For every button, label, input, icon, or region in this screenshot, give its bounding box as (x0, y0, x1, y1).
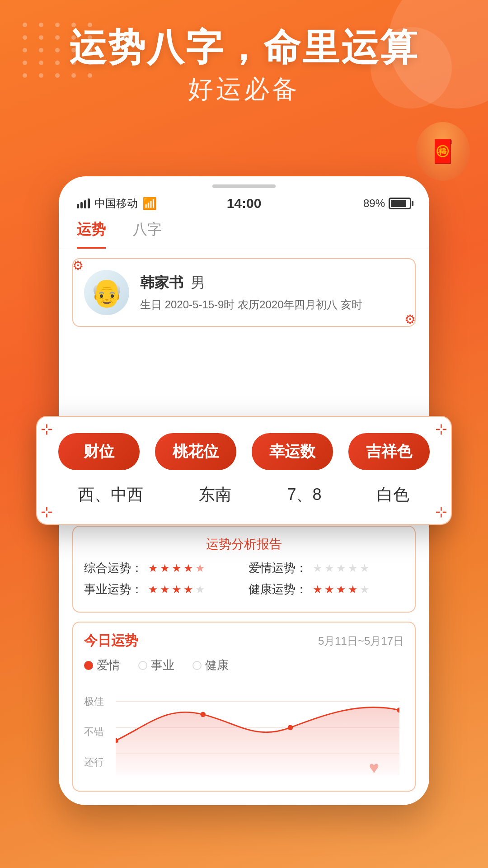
header-subtitle: 好运必备 (0, 72, 488, 107)
fortune-btn-taohuawei[interactable]: 桃花位 (155, 433, 236, 470)
card-corner-br: ⊹ (435, 503, 447, 520)
cat-tab-shiye[interactable]: 事业 (138, 657, 174, 673)
cat-label-jiankang: 健康 (205, 657, 229, 673)
today-fortune-header: 今日运势 5月11日~5月17日 (84, 632, 404, 650)
cat-dot-jiankang (192, 661, 202, 670)
profile-card: 👴 韩家书 男 生日 2020-5-15-9时 农历2020年四月初八 亥时 (72, 258, 416, 327)
profile-birth: 生日 2020-5-15-9时 农历2020年四月初八 亥时 (140, 297, 362, 312)
rating-row-jiankang: 健康运势： ★ ★ ★ ★ ★ (249, 581, 404, 597)
rating-rows: 综合运势： ★ ★ ★ ★ ★ 事业运势： ★ ★ (84, 560, 404, 603)
fortune-card: ⊹ ⊹ ⊹ ⊹ 财位 桃花位 幸运数 吉祥色 西、中西 东南 7、8 白色 (36, 416, 452, 525)
fortune-value-caiwei: 西、中西 (78, 484, 143, 506)
name-row: 韩家书 男 (140, 273, 362, 293)
rating-col-left: 综合运势： ★ ★ ★ ★ ★ 事业运势： ★ ★ (84, 560, 239, 603)
wifi-icon: 📶 (142, 197, 157, 211)
cat-tab-aiqing[interactable]: 爱情 (84, 657, 120, 673)
chart-label-excellent: 极佳 (84, 695, 104, 708)
rating-label-zonghe: 综合运势： (84, 560, 143, 576)
chart-point-2 (288, 725, 293, 731)
chart-heart-icon: ♥ (369, 758, 379, 777)
profile-info: 韩家书 男 生日 2020-5-15-9时 农历2020年四月初八 亥时 (140, 273, 362, 312)
rating-section: 运势分析报告 综合运势： ★ ★ ★ ★ ★ 事业运势： (72, 526, 416, 613)
fortune-value-taohuawei: 东南 (199, 484, 231, 506)
header-title: 运势八字，命里运算 (0, 27, 488, 68)
fortune-buttons-row: 财位 桃花位 幸运数 吉祥色 (51, 433, 437, 470)
chart-y-labels: 极佳 不错 还行 (84, 682, 104, 782)
rating-section-title: 运势分析报告 (84, 536, 404, 553)
phone-handle (212, 184, 276, 188)
status-right: 89% (363, 197, 411, 210)
category-tabs: 爱情 事业 健康 (84, 657, 404, 673)
stars-zonghe: ★ ★ ★ ★ ★ (148, 562, 205, 575)
header-section: 运势八字，命里运算 好运必备 (0, 27, 488, 107)
cat-dot-aiqing (84, 661, 93, 670)
tab-yunshi[interactable]: 运势 (77, 220, 106, 249)
rating-label-aiqing: 爱情运势： (249, 560, 307, 576)
rating-col-right: 爱情运势： ★ ★ ★ ★ ★ 健康运势： ★ ★ (249, 560, 404, 603)
rating-row-aiqing: 爱情运势： ★ ★ ★ ★ ★ (249, 560, 404, 576)
status-bar: 中国移动 📶 14:00 89% (59, 188, 429, 215)
battery-fill (391, 200, 406, 207)
fortune-btn-jixiangse[interactable]: 吉祥色 (348, 433, 430, 470)
stars-aiqing: ★ ★ ★ ★ ★ (313, 562, 370, 575)
cat-dot-shiye (138, 661, 147, 670)
stars-jiankang: ★ ★ ★ ★ ★ (313, 583, 370, 596)
signal-bars-icon (77, 198, 90, 208)
tab-bar: 运势 八字 (59, 215, 429, 249)
fortune-btn-xingyunshu[interactable]: 幸运数 (252, 433, 333, 470)
chart-label-ok: 还行 (84, 755, 104, 769)
battery-percent: 89% (363, 197, 385, 210)
chart-label-good: 不错 (84, 725, 104, 739)
tab-bazi[interactable]: 八字 (133, 220, 162, 249)
status-left: 中国移动 📶 (77, 196, 157, 211)
card-corner-bl: ⊹ (41, 503, 53, 520)
chart-point-1 (200, 712, 206, 717)
status-time: 14:00 (227, 196, 262, 211)
cat-label-shiye: 事业 (151, 657, 174, 673)
fortune-values-row: 西、中西 东南 7、8 白色 (51, 484, 437, 506)
phone-content: 运势分析报告 综合运势： ★ ★ ★ ★ ★ 事业运势： (59, 526, 429, 792)
battery-icon (389, 198, 411, 209)
fortune-value-jixiangse: 白色 (377, 484, 409, 506)
fortune-value-xingyunshu: 7、8 (287, 484, 321, 506)
fortune-btn-caiwei[interactable]: 财位 (58, 433, 140, 470)
stars-shiye: ★ ★ ★ ★ ★ (148, 583, 205, 596)
rating-label-jiankang: 健康运势： (249, 581, 307, 597)
chart-svg-wrapper: ♥ (116, 682, 399, 782)
today-fortune-section: 今日运势 5月11日~5月17日 爱情 事业 健康 (72, 622, 416, 792)
carrier-label: 中国移动 (94, 196, 138, 211)
profile-gender: 男 (191, 273, 205, 293)
cat-label-aiqing: 爱情 (97, 657, 120, 673)
today-fortune-title: 今日运势 (84, 632, 138, 650)
fortune-chart: 极佳 不错 还行 (84, 682, 404, 782)
rating-row-shiye: 事业运势： ★ ★ ★ ★ ★ (84, 581, 239, 597)
avatar: 👴 (84, 270, 129, 315)
profile-name: 韩家书 (140, 273, 183, 293)
card-corner-tr: ⊹ (435, 420, 447, 438)
rating-row-zonghe: 综合运势： ★ ★ ★ ★ ★ (84, 560, 239, 576)
red-envelope-decoration: 🧧 (416, 122, 470, 181)
card-corner-tl: ⊹ (41, 420, 53, 438)
rating-label-shiye: 事业运势： (84, 581, 143, 597)
cat-tab-jiankang[interactable]: 健康 (192, 657, 229, 673)
chart-svg: ♥ (116, 682, 399, 782)
today-fortune-date: 5月11日~5月17日 (318, 634, 404, 648)
